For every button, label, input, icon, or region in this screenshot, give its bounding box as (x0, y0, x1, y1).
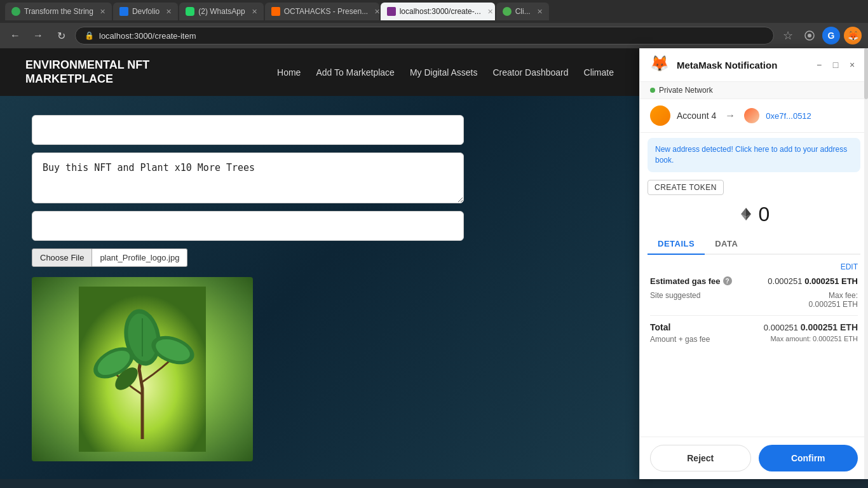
metamask-title: MetaMask Notification (677, 60, 807, 71)
total-row: Total 0.000251 0.000251 ETH (650, 322, 858, 332)
tab-label-whatsapp: (2) WhatsApp (198, 7, 245, 16)
tab-close-localhost[interactable]: ✕ (487, 8, 493, 16)
tab-label-localhost: localhost:3000/create-... (400, 7, 481, 16)
svg-marker-11 (741, 208, 746, 217)
tab-label-devfolio: Devfolio (132, 7, 159, 16)
svg-marker-12 (746, 208, 751, 217)
gas-fee-row: Estimated gas fee ? 0.000251 0.000251 ET… (650, 276, 858, 286)
plant-svg (79, 287, 206, 452)
network-label: Private Network (659, 86, 713, 95)
tab-label-octahacks: OCTAHACKS - Presen... (284, 7, 368, 16)
metamask-logo-icon: 🦊 (650, 55, 670, 75)
amount-gas-label: Amount + gas fee (650, 335, 710, 344)
eth-icon (738, 207, 754, 222)
site-suggested-label: Site suggested (650, 291, 700, 309)
choose-file-button[interactable]: Choose File (32, 248, 92, 267)
total-value: 0.000251 0.000251 ETH (764, 322, 858, 332)
gas-fee-value: 0.000251 0.000251 ETH (768, 276, 858, 286)
address-bar[interactable]: 🔒 localhost:3000/create-item (75, 27, 774, 44)
main-page: ENVIRONMENTAL NFT MARKETPLACE Home Add T… (0, 48, 639, 479)
button-row: Reject Confirm (640, 437, 868, 479)
tab-transform-string[interactable]: Transform the String ✕ (5, 3, 112, 20)
metamask-panel: 🦊 MetaMask Notification − □ × Private Ne… (639, 48, 868, 479)
alert-text: New address detected! Click here to add … (655, 145, 847, 165)
tab-label-transform: Transform the String (24, 7, 93, 16)
file-input-row: Choose File plant_Profile_logo.jpg (32, 248, 607, 267)
account-avatar (650, 105, 670, 126)
tab-devfolio[interactable]: Devfolio ✕ (113, 3, 178, 20)
total-label: Total (650, 322, 670, 332)
create-token-area: CREATE TOKEN (640, 177, 868, 195)
tab-octahacks[interactable]: OCTAHACKS - Presen... ✕ (265, 3, 379, 20)
browser-chrome: Transform the String ✕ Devfolio ✕ (2) Wh… (0, 0, 868, 48)
network-bar: Private Network (640, 82, 868, 99)
address-bar-row: ← → ↻ 🔒 localhost:3000/create-item ☆ G 🦊 (0, 23, 868, 48)
plant-image (32, 277, 253, 461)
lock-icon: 🔒 (85, 31, 94, 40)
tab-close-cli[interactable]: ✕ (537, 8, 543, 16)
site-header: ENVIRONMENTAL NFT MARKETPLACE Home Add T… (0, 48, 639, 96)
alert-box[interactable]: New address detected! Click here to add … (648, 138, 860, 172)
nav-digital-assets[interactable]: My Digital Assets (410, 67, 478, 78)
tab-close-octahacks[interactable]: ✕ (374, 8, 379, 16)
reload-button[interactable]: ↻ (52, 27, 70, 44)
tab-close-whatsapp[interactable]: ✕ (252, 8, 257, 16)
asset-name-input[interactable]: Green Plant (32, 115, 464, 145)
site-logo: ENVIRONMENTAL NFT MARKETPLACE (25, 58, 149, 86)
toolbar-icons: ☆ G 🦊 (779, 27, 862, 44)
reject-button[interactable]: Reject (650, 445, 751, 471)
gas-fee-info-icon[interactable]: ? (723, 276, 732, 285)
create-token-button[interactable]: CREATE TOKEN (648, 180, 724, 195)
tab-favicon-octahacks (271, 7, 280, 16)
confirm-button[interactable]: Confirm (759, 445, 858, 471)
edit-link[interactable]: EDIT (650, 262, 858, 271)
site-suggested-row: Site suggested Max fee: 0.000251 ETH (650, 291, 858, 309)
asset-description-input[interactable]: Buy this NFT and Plant x10 More Trees (32, 152, 464, 203)
tab-details[interactable]: DETAILS (648, 234, 705, 255)
forward-button[interactable]: → (29, 27, 47, 44)
tab-favicon-localhost (387, 7, 396, 16)
close-button[interactable]: × (846, 59, 858, 71)
max-fee-display: Max fee: 0.000251 ETH (809, 291, 858, 309)
network-status-dot (650, 88, 655, 93)
scrollbar-thumb[interactable] (864, 48, 868, 99)
scrollbar[interactable] (864, 48, 868, 479)
back-button[interactable]: ← (6, 27, 24, 44)
tab-close-transform[interactable]: ✕ (100, 8, 105, 16)
address-text: localhost:3000/create-item (99, 31, 196, 41)
asset-price-input[interactable]: 10 (32, 211, 464, 241)
nav-creator-dashboard[interactable]: Creator Dashboard (492, 67, 568, 78)
extensions-icon[interactable] (801, 27, 818, 44)
tab-favicon-whatsapp (186, 7, 194, 16)
tab-whatsapp[interactable]: (2) WhatsApp ✕ (179, 3, 263, 20)
profile-icon[interactable]: G (822, 27, 840, 44)
tab-close-devfolio[interactable]: ✕ (166, 8, 172, 16)
tab-favicon-transform (11, 7, 20, 16)
tab-localhost[interactable]: localhost:3000/create-... ✕ (381, 3, 495, 20)
tab-cli[interactable]: Cli... ✕ (496, 3, 549, 20)
amount-gas-row: Amount + gas fee Max amount: 0.000251 ET… (650, 335, 858, 344)
minimize-button[interactable]: − (813, 59, 825, 71)
max-amount: Max amount: 0.000251 ETH (770, 335, 858, 344)
tab-data[interactable]: DATA (705, 234, 748, 255)
gas-fee-label: Estimated gas fee ? (650, 276, 732, 286)
metamask-tabs: DETAILS DATA (648, 234, 860, 255)
tab-favicon-devfolio (119, 7, 128, 16)
metamask-icon[interactable]: 🦊 (844, 27, 862, 44)
maximize-button[interactable]: □ (830, 59, 841, 71)
metamask-header: 🦊 MetaMask Notification − □ × (640, 48, 868, 82)
eth-display: 0 (640, 195, 868, 234)
site-nav: Home Add To Marketplace My Digital Asset… (277, 67, 614, 78)
bookmark-icon[interactable]: ☆ (779, 27, 797, 44)
arrow-icon: → (725, 110, 735, 121)
eth-amount: 0 (759, 203, 770, 226)
nav-home[interactable]: Home (277, 67, 301, 78)
nav-climate[interactable]: Climate (584, 67, 614, 78)
account-row: Account 4 → 0xe7f...0512 (640, 99, 868, 133)
nav-add-marketplace[interactable]: Add To Marketplace (316, 67, 394, 78)
total-bold: 0.000251 ETH (801, 322, 858, 332)
svg-point-1 (808, 34, 811, 37)
app-container: ENVIRONMENTAL NFT MARKETPLACE Home Add T… (0, 48, 868, 479)
account-name: Account 4 (677, 111, 716, 121)
address-avatar (744, 108, 759, 123)
